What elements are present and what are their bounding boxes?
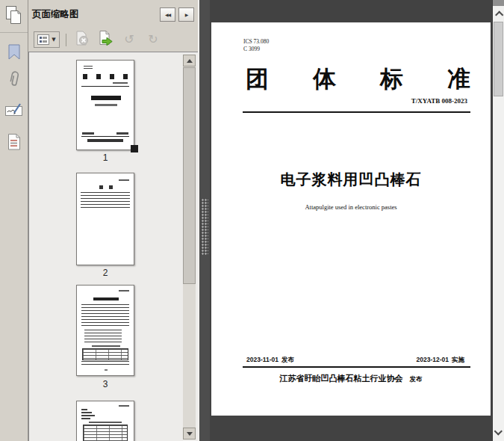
rotate-cw-icon: ↻ — [148, 34, 158, 46]
thumbnail-sketch — [91, 96, 121, 100]
chevron-down-icon — [494, 427, 502, 435]
thumbnails-toolbar: ▼ — [28, 28, 198, 51]
delete-pages-button[interactable] — [72, 31, 91, 49]
thumbnail-resize-handle[interactable] — [131, 145, 138, 152]
thumbnail-sketch — [82, 348, 128, 360]
paperclip-icon — [6, 69, 22, 93]
pages-panel-button[interactable] — [0, 0, 28, 33]
document-title-en: Attapulgite used in electronic pastes — [211, 203, 491, 211]
thumbnails-panel: 页面缩略图 ◀◀ ▶ ▼ — [28, 0, 198, 441]
thumbnail-sketch — [113, 82, 128, 84]
thumbnail-sketch — [95, 104, 117, 106]
thumbnails-panel-header: 页面缩略图 ◀◀ ▶ — [28, 0, 198, 28]
rotate-ccw-icon: ↺ — [124, 34, 134, 46]
signature-icon — [4, 101, 24, 120]
document-list-icon — [6, 132, 22, 155]
thumbnail-page-4[interactable] — [76, 401, 134, 441]
nav-sidebar — [0, 0, 28, 441]
page-number-label: 3 — [76, 379, 134, 389]
thumbnail-sketch — [105, 369, 108, 371]
bookmark-icon — [6, 43, 22, 64]
scroll-up-button[interactable] — [493, 6, 504, 20]
thumbnail-sketch — [81, 136, 129, 137]
standard-type-heading: 团体标准 — [246, 64, 470, 95]
bookmarks-panel-button[interactable] — [0, 42, 28, 66]
thumbnail-sketch — [89, 422, 122, 423]
pages-icon — [4, 4, 24, 28]
thumbnail-sketch — [81, 304, 129, 327]
page-number-label: 1 — [76, 152, 134, 163]
implement-date: 2023-12-01 — [417, 356, 449, 363]
thumbnail-sketch — [84, 330, 122, 343]
toolbar-separator — [66, 34, 66, 46]
scroll-up-button[interactable] — [183, 55, 196, 67]
standards-panel-button[interactable] — [0, 132, 28, 155]
options-menu-button[interactable]: ▼ — [34, 31, 60, 48]
scroll-down-button[interactable] — [183, 428, 196, 440]
chevron-down-icon: ▼ — [52, 37, 55, 43]
thumbnail-page-1[interactable] — [76, 60, 134, 150]
scrollbar-thumb[interactable] — [183, 67, 196, 284]
thumbnail-sketch — [99, 185, 113, 189]
splitter-grip-icon — [202, 199, 208, 256]
thumbnail-sketch — [93, 297, 119, 300]
rotate-cw-button[interactable]: ↻ — [143, 31, 163, 49]
options-list-icon — [37, 34, 49, 45]
publisher-label: 发布 — [410, 375, 423, 383]
thumbnail-sketch — [81, 361, 129, 366]
pdf-viewer: 页面缩略图 ◀◀ ▶ ▼ — [0, 0, 504, 441]
ics-code: ICS 73.080 C 3099 — [243, 38, 269, 52]
thumbnail-sketch — [82, 132, 94, 135]
thumbnail-sketch — [81, 192, 130, 209]
thumbnail-sketch — [81, 409, 87, 410]
document-title-cn: 电子浆料用凹凸棒石 — [211, 170, 491, 190]
thumbnail-sketch — [84, 66, 93, 70]
page-number-label: 2 — [76, 268, 134, 278]
publisher-line: 江苏省盱眙凹凸棒石粘土行业协会发布 — [211, 373, 491, 384]
attachments-panel-button[interactable] — [0, 69, 28, 93]
thumbnail-sketch — [87, 139, 123, 142]
thumbnail-sketch — [116, 132, 128, 135]
triangle-up-icon — [187, 59, 193, 63]
thumbnail-page-3[interactable] — [76, 285, 134, 376]
thumbnail-sketch — [119, 290, 129, 292]
signatures-panel-button[interactable] — [0, 99, 28, 123]
publisher-name: 江苏省盱眙凹凸棒石粘土行业协会 — [280, 374, 403, 383]
chevron-up-icon — [495, 10, 503, 19]
document-page: ICS 73.080 C 3099 团体标准 T/XYATB 008-2023 … — [211, 22, 491, 416]
standard-number: T/XYATB 008-2023 — [411, 97, 467, 105]
collapse-panel-button[interactable]: ◀◀ — [160, 7, 175, 22]
extract-page-icon — [97, 30, 113, 49]
delete-page-icon — [73, 30, 90, 49]
rotate-ccw-button[interactable]: ↺ — [119, 31, 139, 49]
scrollbar-corner — [493, 0, 504, 6]
thumbnail-sketch — [92, 345, 120, 347]
thumbnail-sketch — [81, 86, 129, 87]
panel-splitter[interactable] — [198, 0, 210, 441]
document-view[interactable]: ICS 73.080 C 3099 团体标准 T/XYATB 008-2023 … — [210, 0, 492, 441]
thumbnail-sketch — [81, 412, 92, 413]
thumbnail-page-2[interactable] — [76, 173, 134, 265]
extract-pages-button[interactable] — [96, 31, 115, 49]
thumbnail-sketch — [83, 425, 128, 441]
document-scrollbar[interactable] — [492, 0, 504, 441]
issue-date: 2023-11-01 — [246, 356, 279, 363]
thumbnails-scrollbar[interactable] — [183, 55, 196, 440]
panel-title: 页面缩略图 — [32, 8, 79, 21]
thumbnail-sketch — [119, 405, 129, 407]
scrollbar-thumb[interactable] — [494, 22, 503, 96]
issue-label: 发布 — [281, 356, 294, 363]
thumbnails-list: 1 2 3 — [28, 52, 198, 441]
footer-dates: 2023-11-01发布 2023-12-01实施 — [246, 356, 467, 365]
implement-label: 实施 — [452, 356, 464, 363]
footer-rule — [243, 366, 470, 368]
thumbnail-sketch — [81, 415, 95, 416]
triangle-down-icon — [187, 432, 193, 436]
header-rule — [243, 111, 470, 113]
scroll-down-button[interactable] — [493, 425, 504, 440]
expand-panel-button[interactable]: ▶ — [178, 7, 194, 22]
thumbnail-sketch — [81, 418, 90, 419]
thumbnail-sketch — [119, 179, 129, 181]
thumbnail-sketch — [83, 74, 128, 79]
